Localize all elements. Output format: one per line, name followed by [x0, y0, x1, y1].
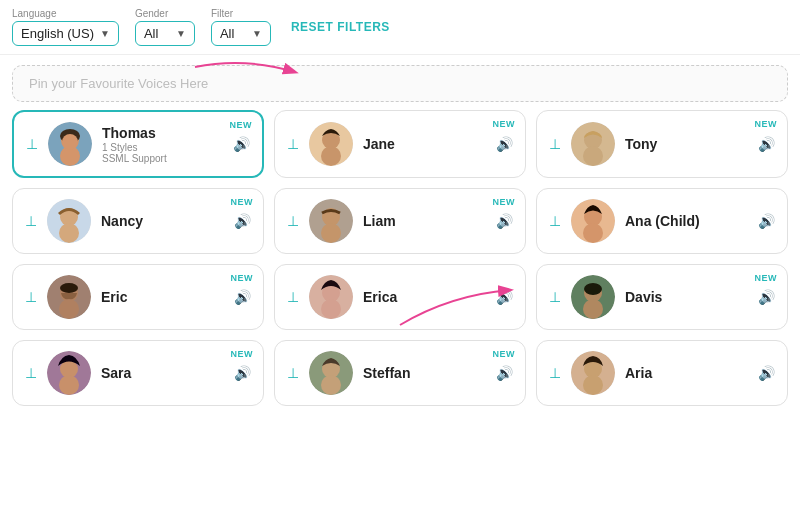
language-filter-group: Language English (US) ▼ [12, 8, 119, 46]
pin-icon-davis[interactable]: ⊥ [549, 289, 561, 305]
play-icon-davis[interactable]: 🔊 [758, 289, 775, 305]
new-badge-jane: NEW [493, 119, 516, 129]
avatar-aria [571, 351, 615, 395]
play-icon-tony[interactable]: 🔊 [758, 136, 775, 152]
voice-info-tony: Tony [625, 136, 748, 152]
voice-name-erica: Erica [363, 289, 486, 305]
pin-icon-tony[interactable]: ⊥ [549, 136, 561, 152]
voice-info-steffan: Steffan [363, 365, 486, 381]
svg-point-29 [584, 283, 602, 295]
voice-info-erica: Erica [363, 289, 486, 305]
voice-name-aria: Aria [625, 365, 748, 381]
avatar-nancy [47, 199, 91, 243]
svg-point-7 [321, 146, 341, 166]
voice-card-davis[interactable]: NEW ⊥ Davis 🔊 [536, 264, 788, 330]
pin-icon-steffan[interactable]: ⊥ [287, 365, 299, 381]
pin-icon-sara[interactable]: ⊥ [25, 365, 37, 381]
svg-point-23 [59, 299, 79, 319]
pin-banner-text: Pin your Favourite Voices Here [29, 76, 208, 91]
svg-point-22 [60, 283, 78, 293]
voice-card-tony[interactable]: NEW ⊥ Tony 🔊 [536, 110, 788, 178]
play-icon-liam[interactable]: 🔊 [496, 213, 513, 229]
voice-name-jane: Jane [363, 136, 486, 152]
play-icon-sara[interactable]: 🔊 [234, 365, 251, 381]
reset-filters-button[interactable]: RESET FILTERS [291, 20, 390, 34]
pin-icon-nancy[interactable]: ⊥ [25, 213, 37, 229]
avatar-thomas [48, 122, 92, 166]
voice-info-liam: Liam [363, 213, 486, 229]
voice-name-nancy: Nancy [101, 213, 224, 229]
voice-name-steffan: Steffan [363, 365, 486, 381]
new-badge-eric: NEW [231, 273, 254, 283]
filter-chevron-icon: ▼ [252, 28, 262, 39]
voice-name-eric: Eric [101, 289, 224, 305]
voice-card-eric[interactable]: NEW ⊥ Eric 🔊 [12, 264, 264, 330]
gender-filter-group: Gender All ▼ [135, 8, 195, 46]
voice-card-liam[interactable]: NEW ⊥ Liam 🔊 [274, 188, 526, 254]
voice-card-aria[interactable]: ⊥ Aria 🔊 [536, 340, 788, 406]
avatar-tony [571, 122, 615, 166]
play-icon-nancy[interactable]: 🔊 [234, 213, 251, 229]
filter-bar: Language English (US) ▼ Gender All ▼ Fil… [0, 0, 800, 55]
avatar-eric [47, 275, 91, 319]
filter-value: All [220, 26, 234, 41]
voice-name-sara: Sara [101, 365, 224, 381]
voice-info-ana: Ana (Child) [625, 213, 748, 229]
play-icon-ana[interactable]: 🔊 [758, 213, 775, 229]
filter-filter-group: Filter All ▼ [211, 8, 271, 46]
svg-point-19 [583, 223, 603, 243]
voice-name-liam: Liam [363, 213, 486, 229]
voices-grid: NEW ⊥ Thomas 1 StylesSSML Support 🔊 NEW … [0, 110, 800, 418]
pin-banner: Pin your Favourite Voices Here [12, 65, 788, 102]
avatar-liam [309, 199, 353, 243]
new-badge-steffan: NEW [493, 349, 516, 359]
page-wrapper: Language English (US) ▼ Gender All ▼ Fil… [0, 0, 800, 418]
pin-icon-erica[interactable]: ⊥ [287, 289, 299, 305]
language-value: English (US) [21, 26, 94, 41]
voice-info-aria: Aria [625, 365, 748, 381]
voice-info-jane: Jane [363, 136, 486, 152]
new-badge-liam: NEW [493, 197, 516, 207]
gender-label: Gender [135, 8, 195, 19]
pin-icon-eric[interactable]: ⊥ [25, 289, 37, 305]
svg-point-16 [321, 223, 341, 243]
avatar-sara [47, 351, 91, 395]
svg-point-30 [583, 299, 603, 319]
svg-point-36 [321, 375, 341, 395]
filter-label: Filter [211, 8, 271, 19]
voice-info-thomas: Thomas 1 StylesSSML Support [102, 125, 223, 164]
voice-card-steffan[interactable]: NEW ⊥ Steffan 🔊 [274, 340, 526, 406]
play-icon-steffan[interactable]: 🔊 [496, 365, 513, 381]
voice-info-davis: Davis [625, 289, 748, 305]
voice-info-sara: Sara [101, 365, 224, 381]
filter-select[interactable]: All ▼ [211, 21, 271, 46]
voice-card-nancy[interactable]: NEW ⊥ Nancy 🔊 [12, 188, 264, 254]
new-badge-davis: NEW [755, 273, 778, 283]
pin-icon-jane[interactable]: ⊥ [287, 136, 299, 152]
voice-card-sara[interactable]: NEW ⊥ Sara 🔊 [12, 340, 264, 406]
pin-icon-aria[interactable]: ⊥ [549, 365, 561, 381]
svg-point-10 [583, 146, 603, 166]
play-icon-jane[interactable]: 🔊 [496, 136, 513, 152]
pin-icon-thomas[interactable]: ⊥ [26, 136, 38, 152]
language-label: Language [12, 8, 119, 19]
pin-icon-ana[interactable]: ⊥ [549, 213, 561, 229]
voice-name-thomas: Thomas [102, 125, 223, 141]
voice-card-erica[interactable]: ⊥ Erica 🔊 [274, 264, 526, 330]
avatar-davis [571, 275, 615, 319]
play-icon-eric[interactable]: 🔊 [234, 289, 251, 305]
play-icon-thomas[interactable]: 🔊 [233, 136, 250, 152]
language-select[interactable]: English (US) ▼ [12, 21, 119, 46]
play-icon-erica[interactable]: 🔊 [496, 289, 513, 305]
pin-icon-liam[interactable]: ⊥ [287, 213, 299, 229]
avatar-steffan [309, 351, 353, 395]
voice-card-jane[interactable]: NEW ⊥ Jane 🔊 [274, 110, 526, 178]
gender-select[interactable]: All ▼ [135, 21, 195, 46]
voice-card-thomas[interactable]: NEW ⊥ Thomas 1 StylesSSML Support 🔊 [12, 110, 264, 178]
svg-point-13 [59, 223, 79, 243]
avatar-ana [571, 199, 615, 243]
voice-card-ana[interactable]: ⊥ Ana (Child) 🔊 [536, 188, 788, 254]
svg-point-39 [583, 375, 603, 395]
play-icon-aria[interactable]: 🔊 [758, 365, 775, 381]
svg-point-26 [321, 299, 341, 319]
